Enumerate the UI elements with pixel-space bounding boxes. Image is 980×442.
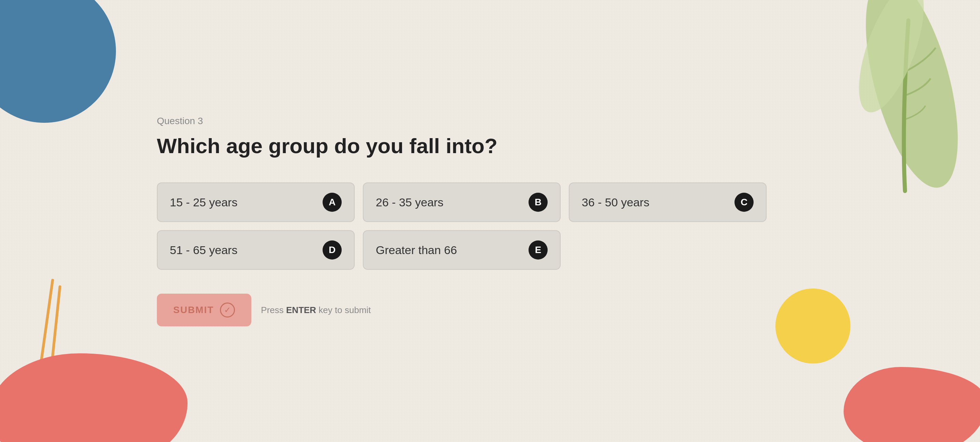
option-b-label: 26 - 35 years <box>376 196 443 209</box>
option-a-badge: A <box>323 193 342 212</box>
option-e[interactable]: Greater than 66 E <box>363 230 561 270</box>
submit-row: SUBMIT ✓ Press ENTER key to submit <box>157 294 980 326</box>
option-d-label: 51 - 65 years <box>170 243 237 257</box>
submit-hint-key: ENTER <box>286 305 316 315</box>
submit-button[interactable]: SUBMIT ✓ <box>157 294 251 326</box>
options-row-2: 51 - 65 years D Greater than 66 E <box>157 230 980 270</box>
options-row-1: 15 - 25 years A 26 - 35 years B 36 - 50 … <box>157 183 980 222</box>
submit-button-label: SUBMIT <box>173 305 214 315</box>
option-b[interactable]: 26 - 35 years B <box>363 183 561 222</box>
option-a-label: 15 - 25 years <box>170 196 237 209</box>
option-b-badge: B <box>528 193 547 212</box>
submit-hint: Press ENTER key to submit <box>261 305 371 315</box>
option-c-badge: C <box>735 193 754 212</box>
submit-check-icon: ✓ <box>220 302 235 318</box>
option-d[interactable]: 51 - 65 years D <box>157 230 355 270</box>
question-label: Question 3 <box>157 116 980 127</box>
option-d-badge: D <box>323 240 342 259</box>
question-title: Which age group do you fall into? <box>157 134 980 159</box>
option-e-badge: E <box>528 240 547 259</box>
options-grid: 15 - 25 years A 26 - 35 years B 36 - 50 … <box>157 183 980 270</box>
option-a[interactable]: 15 - 25 years A <box>157 183 355 222</box>
option-c[interactable]: 36 - 50 years C <box>569 183 767 222</box>
main-content: Question 3 Which age group do you fall i… <box>0 0 980 442</box>
option-c-label: 36 - 50 years <box>582 196 649 209</box>
option-e-label: Greater than 66 <box>376 243 457 257</box>
